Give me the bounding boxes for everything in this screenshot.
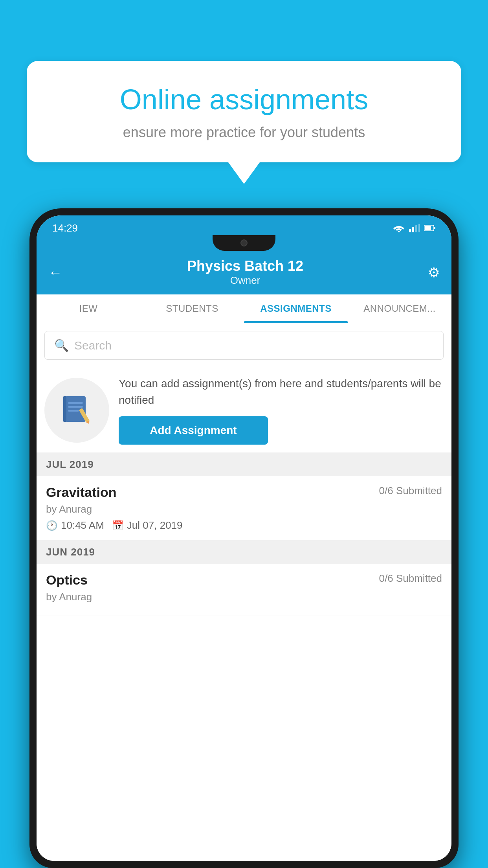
notebook-icon (59, 392, 95, 428)
assignment-submitted-optics: 0/6 Submitted (379, 572, 442, 585)
app-header: ← Physics Batch 12 Owner ⚙ (37, 251, 451, 294)
phone-frame: 14:29 (29, 208, 459, 868)
assignment-item-optics[interactable]: Optics 0/6 Submitted by Anurag (37, 564, 451, 616)
svg-rect-7 (434, 227, 435, 229)
speech-bubble-wrapper: Online assignments ensure more practice … (27, 61, 461, 184)
assignment-row1-optics: Optics 0/6 Submitted (46, 572, 442, 588)
header-title-block: Physics Batch 12 Owner (187, 258, 303, 287)
speech-bubble-tail (228, 162, 260, 184)
speech-bubble-title: Online assignments (50, 83, 438, 116)
search-icon: 🔍 (54, 338, 69, 352)
assignment-row1: Gravitation 0/6 Submitted (46, 485, 442, 500)
assignment-time-gravitation: 🕐 10:45 AM (46, 519, 104, 531)
tab-assignments[interactable]: ASSIGNMENTS (244, 294, 348, 323)
back-button[interactable]: ← (48, 264, 62, 281)
phone-inner: 14:29 (37, 215, 451, 861)
notch-area (37, 235, 451, 251)
tabs-bar: IEW STUDENTS ASSIGNMENTS ANNOUNCEM... (37, 294, 451, 323)
wifi-icon (393, 224, 405, 232)
search-bar[interactable]: 🔍 Search (44, 331, 444, 360)
promo-section: You can add assignment(s) from here and … (37, 368, 451, 453)
speech-bubble: Online assignments ensure more practice … (27, 61, 461, 162)
tab-students[interactable]: STUDENTS (140, 294, 244, 323)
speech-bubble-subtitle: ensure more practice for your students (50, 124, 438, 141)
assignment-by-optics: by Anurag (46, 591, 442, 603)
tab-announcements[interactable]: ANNOUNCEM... (348, 294, 451, 323)
assignment-submitted-gravitation: 0/6 Submitted (379, 485, 442, 497)
svg-rect-9 (68, 402, 83, 404)
settings-button[interactable]: ⚙ (428, 265, 440, 280)
assignment-by-gravitation: by Anurag (46, 503, 442, 515)
assignment-meta-gravitation: 🕐 10:45 AM 📅 Jul 07, 2019 (46, 519, 442, 531)
svg-rect-10 (68, 406, 83, 408)
header-title: Physics Batch 12 (187, 258, 303, 274)
header-subtitle: Owner (187, 274, 303, 287)
svg-rect-11 (68, 410, 79, 412)
assignment-name-optics: Optics (46, 572, 88, 588)
status-time: 14:29 (52, 222, 78, 234)
svg-point-0 (398, 231, 400, 233)
calendar-icon: 📅 (112, 520, 124, 531)
assignment-date-gravitation: 📅 Jul 07, 2019 (112, 519, 183, 531)
promo-text-block: You can add assignment(s) from here and … (119, 375, 444, 445)
signal-icon (409, 224, 420, 232)
assignment-icon-circle (44, 378, 109, 443)
promo-description: You can add assignment(s) from here and … (119, 375, 444, 408)
svg-rect-4 (418, 224, 420, 232)
clock-icon: 🕐 (46, 520, 58, 531)
assignment-name-gravitation: Gravitation (46, 485, 116, 500)
section-header-jul: JUL 2019 (37, 453, 451, 476)
section-header-jun: JUN 2019 (37, 541, 451, 564)
content-area: 🔍 Search (37, 323, 451, 861)
svg-rect-6 (425, 226, 431, 230)
svg-rect-12 (63, 396, 66, 422)
add-assignment-button[interactable]: Add Assignment (119, 416, 268, 445)
assignment-item-gravitation[interactable]: Gravitation 0/6 Submitted by Anurag 🕐 10… (37, 476, 451, 541)
search-input[interactable]: Search (74, 339, 112, 352)
status-icons (393, 224, 436, 232)
notch (213, 235, 275, 251)
svg-rect-2 (412, 227, 414, 232)
tab-iew[interactable]: IEW (37, 294, 140, 323)
camera-dot (240, 239, 248, 246)
battery-icon (424, 224, 436, 232)
svg-rect-1 (409, 229, 411, 232)
svg-rect-3 (415, 225, 417, 232)
